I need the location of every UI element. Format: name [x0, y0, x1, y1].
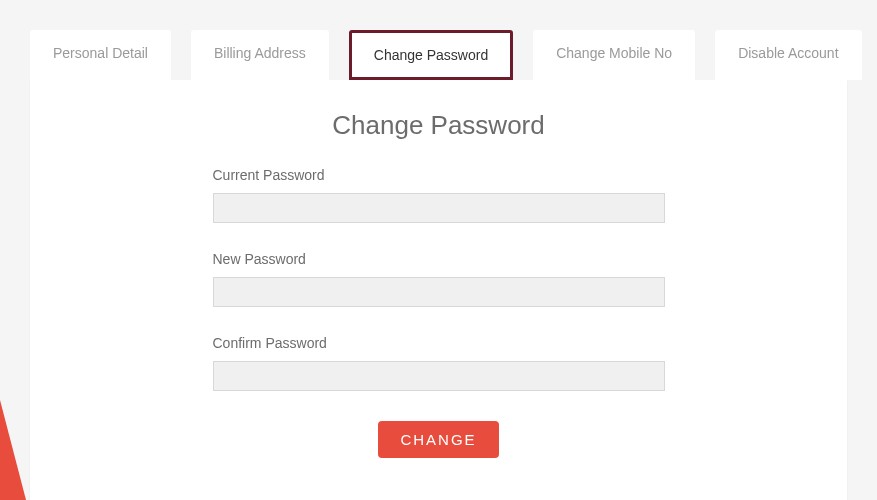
submit-row: CHANGE — [213, 421, 665, 458]
panel-title: Change Password — [90, 110, 787, 141]
tab-change-password[interactable]: Change Password — [349, 30, 513, 80]
label-confirm-password: Confirm Password — [213, 335, 665, 351]
change-password-form: Current Password New Password Confirm Pa… — [213, 167, 665, 458]
panel-change-password: Change Password Current Password New Pas… — [30, 80, 847, 500]
tabs-bar: Personal Detail Billing Address Change P… — [0, 0, 877, 80]
change-button[interactable]: CHANGE — [378, 421, 498, 458]
decor-triangle — [0, 400, 26, 500]
input-new-password[interactable] — [213, 277, 665, 307]
input-current-password[interactable] — [213, 193, 665, 223]
tab-billing-address[interactable]: Billing Address — [191, 30, 329, 80]
tab-personal-detail[interactable]: Personal Detail — [30, 30, 171, 80]
tab-change-mobile-no[interactable]: Change Mobile No — [533, 30, 695, 80]
input-confirm-password[interactable] — [213, 361, 665, 391]
field-confirm-password: Confirm Password — [213, 335, 665, 391]
tab-disable-account[interactable]: Disable Account — [715, 30, 861, 80]
field-new-password: New Password — [213, 251, 665, 307]
field-current-password: Current Password — [213, 167, 665, 223]
label-current-password: Current Password — [213, 167, 665, 183]
label-new-password: New Password — [213, 251, 665, 267]
